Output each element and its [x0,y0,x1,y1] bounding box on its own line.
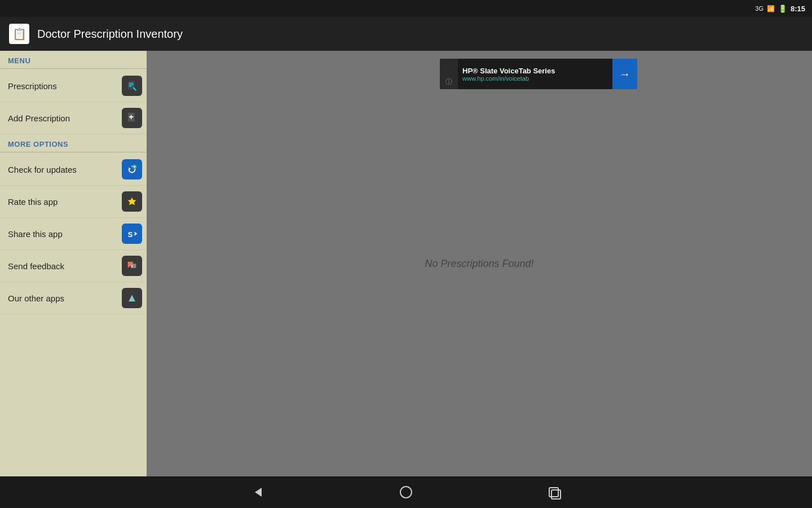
ad-banner[interactable]: ⓘ HP® Slate VoiceTab Series www.hp.com/i… [440,59,637,89]
more-options-divider [0,152,147,152]
sidebar-item-send-feedback[interactable]: Send feedback [0,250,147,282]
prescriptions-icon [122,76,142,96]
recents-button[interactable] [542,480,567,505]
sidebar-item-updates-label: Check for updates [8,165,77,174]
menu-divider [0,68,147,69]
sidebar-item-otherapps-label: Our other apps [8,294,64,303]
svg-marker-25 [255,488,262,497]
app-title: Doctor Prescription Inventory [37,28,183,41]
sidebar-item-add-label: Add Prescription [8,113,70,123]
menu-label: MENU [0,51,147,68]
back-button[interactable] [245,480,270,505]
sidebar-item-prescriptions-label: Prescriptions [8,81,57,91]
nav-bar [0,476,812,508]
ad-url: www.hp.com/in/voicetab [462,75,608,82]
sidebar-item-other-apps[interactable]: Our other apps [0,282,147,314]
more-options-label: MORE OPTIONS [0,134,147,152]
ad-info-icon: ⓘ [440,59,458,89]
ad-arrow-button[interactable]: → [612,59,637,89]
status-bar: 3G 📶 🔋 8:15 [0,0,812,17]
ad-title: HP® Slate VoiceTab Series [462,67,608,75]
feedback-icon [122,256,142,276]
svg-text:S: S [128,230,133,239]
sidebar-item-add-prescription[interactable]: Add Prescription [0,102,147,134]
app-toolbar: 📋 Doctor Prescription Inventory [0,17,812,51]
sidebar: MENU Prescriptions Add Prescription [0,51,147,476]
home-button[interactable] [394,480,418,505]
svg-rect-26 [400,487,412,498]
svg-point-21 [131,267,132,268]
sidebar-item-rate-app[interactable]: Rate this app [0,186,147,218]
content-area: ⓘ HP® Slate VoiceTab Series www.hp.com/i… [147,51,812,476]
wifi-signal-icon: 📶 [767,5,775,12]
svg-rect-27 [549,488,558,497]
empty-state-text: No Prescriptions Found! [425,258,533,270]
sidebar-item-feedback-label: Send feedback [8,261,64,271]
otherapps-icon [122,288,142,308]
app-icon-image: 📋 [12,27,27,41]
ad-text-area: HP® Slate VoiceTab Series www.hp.com/in/… [458,63,612,85]
signal-icon: 3G [755,5,764,12]
add-prescription-icon [122,108,142,128]
rate-icon [122,191,142,212]
svg-rect-28 [551,490,561,499]
ad-arrow-icon: → [619,68,630,81]
sidebar-item-rate-label: Rate this app [8,197,58,207]
battery-icon: 🔋 [778,5,787,13]
sidebar-item-share-label: Share this app [8,229,63,239]
share-icon: S [122,224,142,244]
sidebar-item-share-app[interactable]: Share this app S [0,218,147,250]
clock: 8:15 [791,5,805,13]
app-icon: 📋 [9,24,29,44]
sidebar-item-check-updates[interactable]: Check for updates [0,154,147,186]
updates-icon [122,159,142,179]
sidebar-item-prescriptions[interactable]: Prescriptions [0,70,147,102]
main-area: MENU Prescriptions Add Prescription [0,51,812,476]
